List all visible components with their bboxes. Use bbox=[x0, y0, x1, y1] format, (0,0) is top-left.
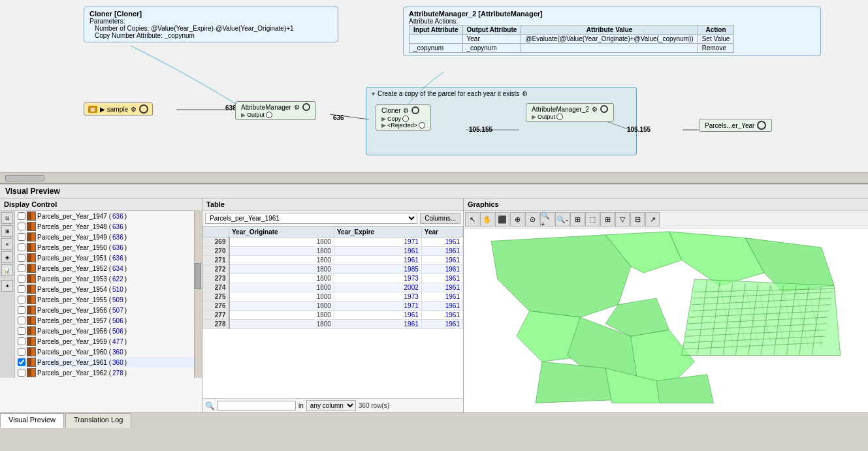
layer-item[interactable]: Parcels_per_Year_1961 ( 360 ) bbox=[15, 357, 194, 367]
cell-row-num: 277 bbox=[203, 311, 229, 320]
cell-year: 1961 bbox=[421, 238, 462, 247]
table-row[interactable]: 272180019851961 bbox=[203, 265, 463, 274]
g-tool-zoom-extent[interactable]: ⊞ bbox=[570, 212, 585, 226]
layer-item[interactable]: Parcels_per_Year_1958 ( 506 ) bbox=[15, 326, 194, 336]
cell-row-num: 275 bbox=[203, 292, 229, 302]
layer-checkbox[interactable] bbox=[18, 296, 25, 303]
attr-manager-gear[interactable]: ⚙ bbox=[294, 104, 300, 111]
layer-scrollbar-thumb[interactable] bbox=[195, 263, 201, 289]
columns-button[interactable]: Columns... bbox=[420, 213, 460, 224]
g-tool-inspect[interactable]: ⊞ bbox=[600, 212, 615, 226]
table-row[interactable]: 275180019731961 bbox=[203, 292, 463, 302]
table-row[interactable]: 278180019611961 bbox=[203, 320, 463, 329]
canvas-hscrollbar-thumb[interactable] bbox=[5, 175, 44, 181]
layer-item[interactable]: Parcels_per_Year_1962 ( 278 ) bbox=[15, 367, 194, 378]
parcels-year-node[interactable]: Parcels...er_Year bbox=[699, 119, 772, 132]
cell-year: 1961 bbox=[421, 274, 462, 283]
g-tool-zoom-reset[interactable]: ⊙ bbox=[525, 212, 539, 226]
layer-list: Parcels_per_Year_1947 ( 636 )Parcels_per… bbox=[15, 211, 194, 378]
layer-checkbox[interactable] bbox=[18, 348, 25, 356]
layer-checkbox[interactable] bbox=[18, 327, 25, 335]
sample-gear[interactable]: ⚙ bbox=[131, 106, 137, 113]
cloner-inspect[interactable] bbox=[411, 106, 419, 114]
layer-checkbox[interactable] bbox=[18, 317, 25, 324]
table-row[interactable]: 276180019711961 bbox=[203, 302, 463, 311]
g-tool-export[interactable]: ↗ bbox=[645, 212, 660, 226]
search-input[interactable] bbox=[217, 401, 296, 411]
tab-visual-preview[interactable]: Visual Preview bbox=[0, 413, 64, 428]
layer-item[interactable]: Parcels_per_Year_1947 ( 636 ) bbox=[15, 211, 194, 221]
sample-node-box[interactable]: ▦ ▶ sample ⚙ bbox=[84, 102, 153, 116]
layer-checkbox[interactable] bbox=[18, 285, 25, 293]
tool-select[interactable]: ⊡ bbox=[1, 212, 13, 224]
parcels-year-inspect[interactable] bbox=[757, 121, 766, 130]
column-select[interactable]: any column bbox=[306, 400, 356, 411]
layer-item[interactable]: Parcels_per_Year_1949 ( 636 ) bbox=[15, 232, 194, 242]
layer-checkbox[interactable] bbox=[18, 254, 25, 262]
layer-item[interactable]: Parcels_per_Year_1957 ( 506 ) bbox=[15, 315, 194, 326]
layer-item[interactable]: Parcels_per_Year_1952 ( 634 ) bbox=[15, 263, 194, 273]
layer-name: Parcels_per_Year_1949 ( bbox=[37, 234, 111, 241]
tool-table[interactable]: ⊞ bbox=[1, 225, 13, 237]
group-box-gear[interactable]: ⚙ bbox=[522, 90, 528, 97]
g-tool-zoom-in2[interactable]: ⊕ bbox=[510, 212, 524, 226]
layer-checkbox[interactable] bbox=[18, 243, 25, 251]
layer-count: 636 bbox=[112, 255, 123, 262]
table-row[interactable]: 274180020021961 bbox=[203, 283, 463, 292]
layer-name-close: ) bbox=[125, 286, 127, 293]
col-header-originate[interactable]: Year_Originate bbox=[229, 227, 334, 238]
attr-manager-inspect[interactable] bbox=[302, 103, 310, 111]
attr-manager2-inspect[interactable] bbox=[600, 105, 608, 113]
g-tool-zoom-box[interactable]: ⬛ bbox=[495, 212, 509, 226]
g-tool-select[interactable]: ↖ bbox=[465, 212, 479, 226]
layer-checkbox[interactable] bbox=[18, 306, 25, 314]
layer-checkbox[interactable] bbox=[18, 233, 25, 241]
canvas-hscrollbar[interactable] bbox=[0, 172, 868, 183]
layer-item[interactable]: Parcels_per_Year_1959 ( 477 ) bbox=[15, 336, 194, 347]
display-control-tools: ⊡ ⊞ ≡ ◈ 📊 ✦ bbox=[0, 211, 15, 378]
layer-item[interactable]: Parcels_per_Year_1954 ( 510 ) bbox=[15, 284, 194, 294]
attr-manager2-gear[interactable]: ⚙ bbox=[592, 106, 598, 113]
table-row[interactable]: 271180019611961 bbox=[203, 256, 463, 265]
layer-list-scrollbar[interactable] bbox=[194, 211, 202, 378]
layer-checkbox[interactable] bbox=[18, 275, 25, 283]
layer-item[interactable]: Parcels_per_Year_1956 ( 507 ) bbox=[15, 305, 194, 315]
sample-icon: ▦ bbox=[88, 106, 97, 113]
col-header-year[interactable]: Year bbox=[421, 227, 462, 238]
layer-checkbox[interactable] bbox=[18, 369, 25, 377]
layer-item[interactable]: Parcels_per_Year_1955 ( 509 ) bbox=[15, 294, 194, 305]
g-tool-zoom-out[interactable]: 🔍- bbox=[555, 212, 570, 226]
sample-inspect-icon[interactable] bbox=[139, 104, 148, 114]
table-dataset-select[interactable]: Parcels_per_Year_1961 bbox=[205, 213, 417, 224]
g-tool-zoom-in[interactable]: 🔍+ bbox=[540, 212, 555, 226]
g-tool-table[interactable]: ⊟ bbox=[630, 212, 645, 226]
layer-item[interactable]: Parcels_per_Year_1960 ( 360 ) bbox=[15, 347, 194, 357]
tool-map[interactable]: ◈ bbox=[1, 251, 13, 263]
layer-item[interactable]: Parcels_per_Year_1948 ( 636 ) bbox=[15, 221, 194, 232]
table-row[interactable]: 269180019711961 bbox=[203, 238, 463, 247]
g-tool-pan[interactable]: ✋ bbox=[480, 212, 494, 226]
col-input: Input Attribute bbox=[410, 25, 463, 35]
g-tool-info[interactable]: ⬚ bbox=[585, 212, 600, 226]
content-area: Display Control ⊡ ⊞ ≡ ◈ 📊 ✦ Parcels_per_… bbox=[0, 198, 868, 412]
cloner-gear[interactable]: ⚙ bbox=[403, 107, 409, 114]
tool-stats[interactable]: 📊 bbox=[1, 264, 13, 276]
group-box-collapse[interactable]: ▾ bbox=[372, 90, 375, 97]
layer-checkbox[interactable] bbox=[18, 264, 25, 272]
table-row[interactable]: 273180019731961 bbox=[203, 274, 463, 283]
table-data-scroll[interactable]: Year_Originate Year_Expire Year 26918001… bbox=[202, 226, 463, 398]
layer-item[interactable]: Parcels_per_Year_1953 ( 622 ) bbox=[15, 273, 194, 284]
layer-checkbox[interactable] bbox=[18, 212, 25, 220]
tool-layer[interactable]: ≡ bbox=[1, 238, 13, 250]
layer-item[interactable]: Parcels_per_Year_1951 ( 636 ) bbox=[15, 253, 194, 263]
layer-checkbox[interactable] bbox=[18, 223, 25, 230]
g-tool-filter[interactable]: ▽ bbox=[615, 212, 630, 226]
tool-transform[interactable]: ✦ bbox=[1, 280, 13, 292]
table-row[interactable]: 277180019611961 bbox=[203, 311, 463, 320]
layer-checkbox[interactable] bbox=[18, 337, 25, 345]
col-header-expire[interactable]: Year_Expire bbox=[334, 227, 421, 238]
layer-checkbox[interactable] bbox=[18, 358, 25, 366]
layer-item[interactable]: Parcels_per_Year_1950 ( 636 ) bbox=[15, 242, 194, 253]
table-row[interactable]: 270180019611961 bbox=[203, 247, 463, 256]
tab-translation-log[interactable]: Translation Log bbox=[65, 413, 131, 428]
